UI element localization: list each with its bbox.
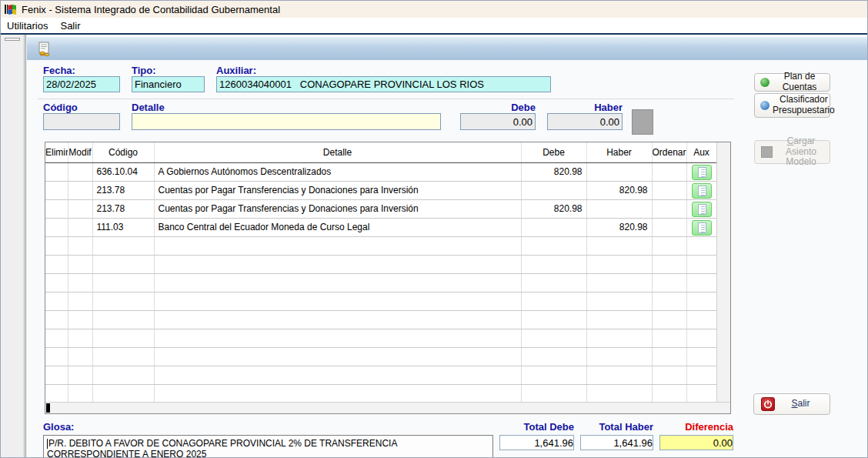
plan-de-cuentas-label: Plan de Cuentas	[773, 72, 830, 93]
cell-codigo: 213.78	[92, 181, 154, 199]
aux-button[interactable]	[692, 183, 712, 199]
fecha-input[interactable]	[43, 76, 120, 92]
toolbar	[27, 36, 868, 60]
grid-header-row: Elimin Modif Código Detalle Debe Haber O…	[45, 142, 716, 162]
total-haber-field	[580, 435, 653, 450]
grid-empty-row[interactable]	[45, 273, 716, 292]
cell-debe: 820.98	[521, 199, 586, 218]
cell-codigo: 111.03	[92, 218, 154, 236]
cell-haber: 820.98	[586, 181, 652, 199]
grid-empty-row[interactable]	[45, 236, 716, 255]
grid-row[interactable]: 213.78 Cuentas por Pagar Transferencias …	[45, 181, 716, 199]
app-icon	[5, 3, 17, 15]
document-icon	[698, 222, 706, 233]
auxiliar-input[interactable]	[216, 76, 551, 92]
codigo-input[interactable]	[43, 113, 120, 130]
entry-action-button[interactable]	[632, 109, 653, 135]
cargar-asiento-label: Cargar Asiento Modelo	[776, 136, 830, 168]
entries-grid: Elimin Modif Código Detalle Debe Haber O…	[45, 142, 731, 414]
menubar: Utilitarios Salir	[1, 18, 868, 33]
tipo-label: Tipo:	[132, 65, 156, 76]
auxiliar-label: Auxiliar:	[216, 65, 256, 76]
grid-empty-row[interactable]	[45, 292, 716, 310]
diferencia-label: Diferencia	[659, 421, 733, 433]
col-ordenar: Ordenar	[652, 142, 686, 162]
grid-row[interactable]: 111.03 Banco Central del Ecuador Moneda …	[45, 218, 716, 236]
form-separator	[38, 99, 734, 99]
cell-detalle: A Gobiernos Autónomos Descentralizados	[154, 162, 521, 181]
aux-button[interactable]	[692, 165, 712, 180]
document-icon	[698, 186, 706, 196]
splitter-grip[interactable]	[5, 38, 20, 41]
aux-button[interactable]	[692, 220, 712, 236]
cell-codigo: 213.78	[92, 199, 154, 218]
codigo-label: Código	[43, 102, 78, 113]
cell-detalle: Banco Central del Ecuador Moneda de Curs…	[154, 218, 521, 236]
blue-sphere-icon	[760, 101, 770, 110]
window-title: Fenix - Sistema Integrado de Contabilida…	[22, 4, 280, 15]
document-icon	[698, 167, 706, 178]
grid-viewport: Elimin Modif Código Detalle Debe Haber O…	[45, 142, 716, 402]
horizontal-scrollbar[interactable]	[45, 402, 730, 413]
haber-label: Haber	[547, 102, 623, 113]
grid-row[interactable]: 636.10.04 A Gobiernos Autónomos Descentr…	[45, 162, 716, 181]
glosa-text: P/R. DEBITO A FAVOR DE CONAGOPARE PROVIN…	[47, 438, 397, 458]
fecha-label: Fecha:	[43, 65, 75, 76]
aux-button[interactable]	[692, 202, 712, 217]
cell-debe	[521, 218, 586, 236]
cell-haber	[586, 199, 652, 218]
grid-empty-row[interactable]	[45, 366, 716, 384]
cell-detalle: Cuentas por Pagar Transferencias y Donac…	[154, 199, 521, 218]
total-haber-label: Total Haber	[580, 421, 653, 433]
app-window: Fenix - Sistema Integrado de Contabilida…	[0, 0, 868, 458]
tipo-input[interactable]	[132, 76, 205, 92]
document-icon	[698, 204, 706, 215]
total-debe-label: Total Debe	[499, 421, 574, 433]
debe-input[interactable]	[460, 113, 536, 130]
menu-utilitarios[interactable]: Utilitarios	[1, 18, 54, 33]
salir-label: Salir	[775, 399, 830, 410]
haber-input[interactable]	[547, 113, 623, 130]
glosa-input[interactable]: P/R. DEBITO A FAVOR DE CONAGOPARE PROVIN…	[43, 435, 493, 458]
glosa-label: Glosa:	[43, 421, 74, 433]
detalle-input[interactable]	[132, 113, 441, 130]
cell-haber	[586, 162, 652, 181]
vertical-scrollbar[interactable]	[716, 142, 730, 403]
grid-empty-row[interactable]	[45, 310, 716, 329]
col-debe: Debe	[521, 142, 586, 162]
plan-de-cuentas-button[interactable]: Plan de Cuentas	[754, 73, 830, 92]
cell-haber: 820.98	[586, 218, 652, 236]
cell-debe: 820.98	[521, 162, 586, 181]
cargar-asiento-modelo-button[interactable]: Cargar Asiento Modelo	[754, 140, 830, 164]
clasificador-label: Clasificador Presupuestario	[773, 95, 838, 116]
col-aux: Aux	[686, 142, 716, 162]
grid-empty-row[interactable]	[45, 255, 716, 273]
col-modif: Modif	[68, 142, 92, 162]
debe-label: Debe	[460, 102, 536, 113]
grid-empty-row[interactable]	[45, 329, 716, 347]
left-panel-strip	[1, 35, 25, 458]
titlebar: Fenix - Sistema Integrado de Contabilida…	[1, 1, 868, 18]
text-caret	[47, 439, 48, 449]
green-sphere-icon	[760, 78, 770, 87]
cell-debe	[521, 181, 586, 199]
power-icon	[761, 397, 775, 411]
salir-button[interactable]: Salir	[753, 393, 830, 415]
col-codigo: Código	[92, 142, 154, 162]
clasificador-presupuestario-button[interactable]: Clasificador Presupuestario	[754, 93, 830, 118]
menu-salir[interactable]: Salir	[54, 18, 86, 33]
grid-row[interactable]: 213.78 Cuentas por Pagar Transferencias …	[45, 199, 716, 218]
detalle-label: Detalle	[132, 102, 165, 113]
gray-square-icon	[761, 146, 773, 158]
cell-codigo: 636.10.04	[92, 162, 154, 181]
col-haber: Haber	[586, 142, 652, 162]
diferencia-field	[659, 435, 733, 450]
grid-empty-row[interactable]	[45, 347, 716, 366]
journal-document-coins-icon	[37, 42, 52, 57]
new-entry-button[interactable]	[35, 39, 55, 59]
cell-detalle: Cuentas por Pagar Transferencias y Donac…	[154, 181, 521, 199]
grid-empty-row[interactable]	[45, 384, 716, 402]
total-debe-field	[499, 435, 574, 450]
scrollbar-thumb[interactable]	[46, 403, 50, 413]
col-detalle: Detalle	[154, 142, 521, 162]
